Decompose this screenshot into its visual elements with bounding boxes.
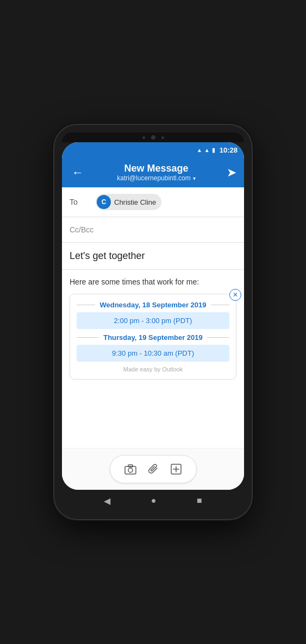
date-line-right-2 (207, 337, 229, 338)
signal-icon (204, 147, 210, 153)
date-section-2: Thursday, 19 September 2019 9:30 pm - 10… (77, 333, 229, 362)
front-camera (151, 135, 155, 140)
chevron-down-icon[interactable]: ▾ (193, 175, 196, 181)
camera-button[interactable] (119, 459, 142, 479)
status-bar: 10:28 (62, 142, 244, 157)
header-center: New Message katri@lucernepubintl.com ▾ (86, 163, 227, 182)
email-header: ← New Message katri@lucernepubintl.com ▾… (62, 157, 244, 187)
header-subtitle: katri@lucernepubintl.com ▾ (86, 174, 227, 182)
phone-frame: 10:28 ← New Message katri@lucernepubintl… (54, 125, 252, 519)
cc-bcc-row[interactable]: Cc/Bcc (62, 217, 244, 243)
nav-home-button[interactable]: ● (151, 496, 157, 506)
date-line-left-2 (77, 337, 99, 338)
cc-bcc-label: Cc/Bcc (70, 225, 93, 234)
email-content: To C Christie Cline Cc/Bcc Let's get tog… (62, 187, 244, 490)
add-button[interactable] (165, 459, 188, 479)
date-divider-1: Wednesday, 18 September 2019 (77, 301, 229, 309)
date-line-left-1 (77, 305, 95, 305)
attach-button[interactable] (142, 459, 165, 479)
front-camera-area (62, 132, 244, 142)
paperclip-icon (148, 463, 158, 475)
header-title: New Message (86, 163, 227, 174)
to-label: To (70, 198, 91, 206)
time-slot-2[interactable]: 9:30 pm - 10:30 am (PDT) (77, 345, 229, 362)
body-intro: Here are some times that work for me: (70, 277, 236, 286)
wifi-icon (197, 147, 202, 153)
close-icon: ✕ (233, 291, 238, 299)
subject-row[interactable]: Let's get together (62, 243, 244, 270)
date-label-1: Wednesday, 18 September 2019 (99, 301, 206, 309)
recipient-avatar: C (97, 195, 111, 209)
svg-point-1 (128, 468, 133, 472)
date-line-right-1 (211, 305, 229, 305)
body-area[interactable]: Here are some times that work for me: ✕ … (62, 270, 244, 448)
nav-recent-button[interactable]: ■ (197, 496, 202, 506)
subject-text: Let's get together (70, 250, 145, 261)
meeting-card: ✕ Wednesday, 18 September 2019 2:00 pm -… (70, 294, 236, 380)
sensor2 (161, 136, 164, 139)
nav-back-button[interactable]: ◀ (104, 496, 110, 506)
camera-icon (124, 464, 136, 475)
toolbar-pill (110, 455, 197, 483)
date-divider-2: Thursday, 19 September 2019 (77, 333, 229, 342)
nav-bar: ◀ ● ■ (62, 490, 244, 512)
send-button[interactable]: ➤ (227, 166, 236, 180)
bottom-toolbar (62, 448, 244, 490)
sensor (142, 136, 145, 139)
made-easy-footer: Made easy by Outlook (77, 366, 229, 372)
close-card-button[interactable]: ✕ (229, 289, 241, 301)
add-icon (171, 464, 182, 475)
status-time: 10:28 (220, 146, 238, 154)
battery-icon (212, 147, 215, 154)
to-field-row: To C Christie Cline (62, 187, 244, 217)
date-section-1: Wednesday, 18 September 2019 2:00 pm - 3… (77, 301, 229, 329)
svg-rect-2 (128, 465, 133, 467)
time-slot-1[interactable]: 2:00 pm - 3:00 pm (PDT) (77, 312, 229, 329)
back-button[interactable]: ← (70, 163, 86, 182)
phone-screen: 10:28 ← New Message katri@lucernepubintl… (62, 142, 244, 490)
date-label-2: Thursday, 19 September 2019 (103, 333, 203, 342)
svg-rect-0 (125, 466, 136, 474)
recipient-chip[interactable]: C Christie Cline (96, 194, 161, 210)
sender-email[interactable]: katri@lucernepubintl.com (117, 174, 191, 182)
recipient-name: Christie Cline (114, 198, 156, 206)
